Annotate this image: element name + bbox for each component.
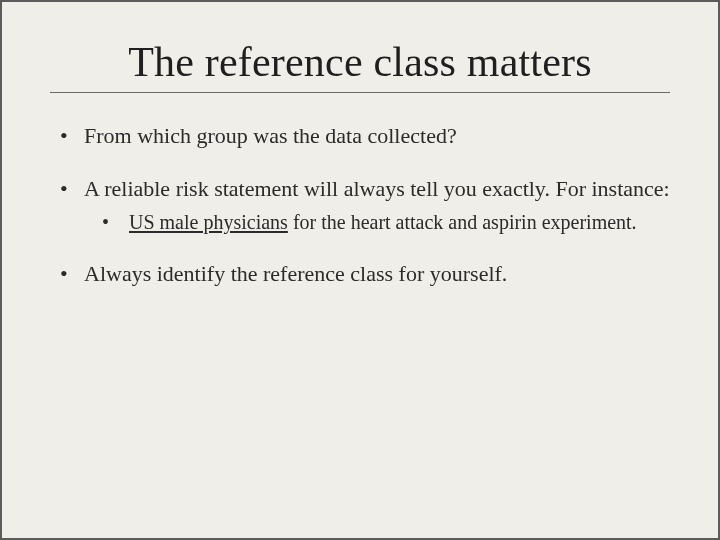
bullet-text-3: Always identify the reference class for … <box>84 261 507 286</box>
bullet-item-1: From which group was the data collected? <box>60 121 670 150</box>
sub-bullet-rest: for the heart attack and aspirin experim… <box>288 211 637 233</box>
sub-bullet-item-1: US male physicians for the heart attack … <box>102 209 670 235</box>
slide-title: The reference class matters <box>50 38 670 86</box>
bullet-item-3: Always identify the reference class for … <box>60 259 670 288</box>
sub-bullet-underlined: US male physicians <box>129 211 288 233</box>
bullet-text-1: From which group was the data collected? <box>84 123 457 148</box>
slide: The reference class matters From which g… <box>0 0 720 540</box>
bullet-item-2: A reliable risk statement will always te… <box>60 174 670 235</box>
title-divider <box>50 92 670 93</box>
sub-bullet-list: US male physicians for the heart attack … <box>84 209 670 235</box>
bullet-list: From which group was the data collected?… <box>50 121 670 288</box>
bullet-text-2: A reliable risk statement will always te… <box>84 176 670 201</box>
